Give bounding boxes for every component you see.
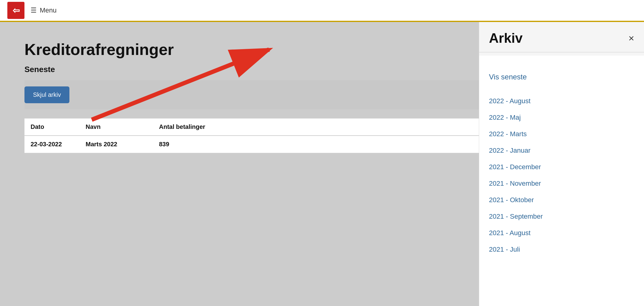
archive-panel: Arkiv × Vis seneste 2022 - August 2022 -… bbox=[479, 22, 644, 306]
close-panel-button[interactable]: × bbox=[628, 33, 634, 43]
vis-seneste-link[interactable]: Vis seneste bbox=[489, 68, 634, 86]
archive-item-7[interactable]: 2021 - September bbox=[489, 208, 634, 225]
archive-item-5[interactable]: 2021 - November bbox=[489, 175, 634, 192]
menu-button[interactable]: ☰ Menu bbox=[31, 6, 57, 14]
col-dato-header: Dato bbox=[24, 123, 86, 130]
cell-dato: 22-03-2022 bbox=[24, 141, 86, 148]
archive-item-6[interactable]: 2021 - Oktober bbox=[489, 192, 634, 208]
logo[interactable]: ⇨ bbox=[7, 2, 24, 19]
panel-body: Vis seneste 2022 - August 2022 - Maj 202… bbox=[479, 56, 644, 306]
hide-archive-button[interactable]: Skjul arkiv bbox=[24, 86, 69, 103]
cell-navn: Marts 2022 bbox=[86, 141, 159, 148]
logo-arrow-icon: ⇨ bbox=[13, 5, 20, 16]
spacer2 bbox=[489, 88, 634, 93]
panel-title: Arkiv bbox=[489, 31, 523, 46]
archive-item-9[interactable]: 2021 - Juli bbox=[489, 241, 634, 258]
archive-item-0[interactable]: 2022 - August bbox=[489, 93, 634, 109]
panel-header: Arkiv × bbox=[479, 22, 644, 52]
hamburger-icon: ☰ bbox=[31, 6, 37, 14]
main-area: Kreditorafregninger Seneste Skjul arkiv … bbox=[0, 22, 644, 306]
panel-divider bbox=[479, 52, 644, 53]
spacer bbox=[489, 59, 634, 64]
archive-item-2[interactable]: 2022 - Marts bbox=[489, 126, 634, 142]
col-navn-header: Navn bbox=[86, 123, 159, 130]
archive-item-8[interactable]: 2021 - August bbox=[489, 225, 634, 241]
menu-label: Menu bbox=[40, 6, 57, 14]
archive-item-1[interactable]: 2022 - Maj bbox=[489, 109, 634, 126]
archive-item-4[interactable]: 2021 - December bbox=[489, 159, 634, 175]
header: ⇨ ☰ Menu bbox=[0, 0, 644, 22]
archive-item-3[interactable]: 2022 - Januar bbox=[489, 142, 634, 159]
